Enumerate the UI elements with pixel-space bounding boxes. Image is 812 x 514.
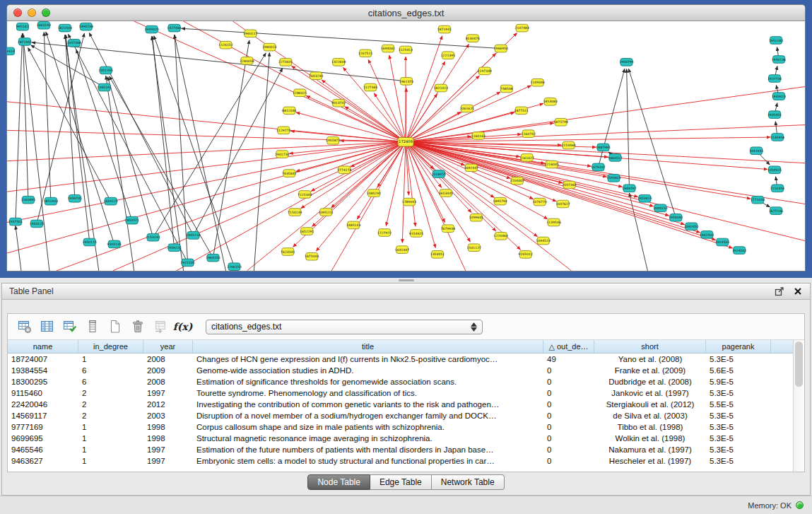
graph-edge[interactable] [406,142,408,195]
graph-node[interactable]: 1660517 [608,154,623,162]
graph-node[interactable]: 1727972 [377,229,392,237]
graph-node[interactable]: 1924502 [732,247,747,255]
graph-node[interactable]: 1129771 [276,127,291,134]
graph-node[interactable]: 1494208 [79,23,94,30]
graph-node[interactable]: 1125413 [399,46,413,54]
graph-node[interactable]: 1354451 [430,251,445,259]
graph-node[interactable]: 1871941 [437,25,452,33]
graph-node[interactable]: 1980013 [262,43,277,51]
graph-edge[interactable] [184,21,406,142]
graph-node[interactable]: 1127364 [363,83,378,91]
graph-node[interactable]: 1949797 [622,185,637,192]
network-view[interactable]: 1724091125413122139511973497485081877511… [7,21,805,271]
graph-edge[interactable] [110,76,213,258]
graph-edge[interactable] [194,68,283,235]
graph-node[interactable]: 1160742 [521,130,536,138]
network-canvas[interactable]: 1724091125413122139511973497485081877511… [7,21,805,271]
graph-node[interactable]: 1216045 [544,160,559,168]
table-row[interactable]: 1938455462009Genome-wide association stu… [8,365,793,376]
graph-node[interactable]: 1221395 [441,52,456,59]
graph-node[interactable]: 9154925 [409,230,424,238]
graph-edge[interactable] [402,142,406,243]
graph-node[interactable]: 7635841 [282,170,297,177]
graph-node[interactable]: 1887994 [596,144,611,151]
graph-node[interactable]: 1092450 [684,223,699,230]
graph-node[interactable]: 1065191 [98,83,112,91]
graph-node[interactable]: 1065193 [37,21,52,29]
graph-node[interactable]: 1139546 [546,218,561,226]
row-list-button[interactable] [83,317,102,337]
graph-node[interactable]: 1427464 [167,24,182,32]
graph-node[interactable]: 1789043 [402,198,417,206]
column-header-title[interactable]: title [193,340,543,353]
graph-edge[interactable] [233,21,406,142]
column-header-out_degree[interactable]: △ out_de… [543,340,594,353]
column-header-pagerank[interactable]: pagerank [706,340,771,353]
graph-node[interactable]: 2057368 [67,40,82,47]
graph-node[interactable]: 1950571 [124,216,139,224]
graph-edge[interactable] [301,142,406,209]
graph-node[interactable]: 8812046 [282,107,297,115]
graph-node[interactable]: 2160695 [21,196,36,204]
graph-node[interactable]: 1659125 [104,197,119,205]
graph-node[interactable]: 1061625 [460,105,475,112]
graph-node[interactable]: 1949320 [144,25,159,33]
panel-splitter[interactable] [0,278,812,283]
graph-edge[interactable] [254,52,269,271]
graph-node[interactable]: 1535958 [770,134,785,141]
scrollbar-thumb[interactable] [795,341,803,387]
graph-node[interactable]: 2204007 [510,177,525,185]
tab-edge-table[interactable]: Edge Table [370,474,432,490]
float-panel-button[interactable] [775,286,784,296]
graph-node[interactable]: 1771034 [751,196,765,204]
table-row[interactable]: 2242004622012Investigating the contribut… [8,399,793,410]
graph-edge[interactable] [113,142,406,271]
graph-node[interactable]: 1954092 [669,214,683,221]
graph-edge[interactable] [16,226,21,271]
graph-edge[interactable] [629,193,647,271]
column-header-name[interactable]: name [8,340,78,353]
tab-node-table[interactable]: Node Table [307,474,370,490]
graph-node[interactable]: 1197349 [478,67,493,75]
graph-edge[interactable] [44,32,51,201]
graph-node[interactable]: 2057364 [562,181,577,189]
graph-node[interactable]: 1095214 [319,209,334,216]
graph-node[interactable]: 1959745 [68,194,83,202]
graph-edge[interactable] [406,142,733,248]
graph-node[interactable]: 1154469 [561,141,576,149]
graph-node[interactable]: 1267511 [358,49,373,57]
graph-edge[interactable] [406,112,461,142]
table-row[interactable]: 1456911722003Disruption of a novel membe… [8,410,793,421]
graph-node[interactable]: 1501127 [467,244,482,252]
graph-node[interactable]: 1149346 [530,78,545,86]
graph-node[interactable]: 7679938 [441,225,456,233]
graph-edge[interactable] [628,69,676,218]
graph-node[interactable]: 9013742 [331,99,346,107]
table-panel-header[interactable]: Table Panel [2,284,810,300]
graph-node[interactable]: 1924505 [715,238,730,246]
delete-table-button[interactable] [128,317,147,337]
graph-node[interactable]: 1821504 [58,24,73,32]
graph-node[interactable]: 1054925 [767,166,782,174]
graph-node[interactable]: 1518455 [432,170,447,178]
graph-node[interactable]: 1960117 [243,30,258,37]
graph-node[interactable]: 1955871 [326,136,341,144]
graph-node[interactable]: 2901734 [275,151,290,158]
graph-edge[interactable] [66,35,90,242]
graph-node[interactable]: 1951160 [769,37,784,45]
column-header-year[interactable]: year [143,340,193,353]
graph-node[interactable]: 1210354 [770,185,785,192]
graph-node[interactable]: 1851943 [44,197,59,205]
graph-node[interactable]: 1099645 [469,214,484,221]
graph-node[interactable]: 1774174 [337,166,352,174]
graph-node[interactable]: 1959225 [167,244,182,252]
import-table-button[interactable] [151,317,170,337]
function-builder-button[interactable]: f(x) [173,317,192,337]
graph-node[interactable]: 1821013 [434,84,449,92]
graph-node[interactable]: 1677106 [769,207,784,215]
graph-node[interactable]: 9245012 [519,251,534,259]
graph-edge[interactable] [627,69,630,189]
graph-node[interactable]: 1641447 [395,246,410,254]
graph-node[interactable]: 1694061 [381,45,396,52]
graph-node[interactable]: 1964150 [206,254,220,262]
